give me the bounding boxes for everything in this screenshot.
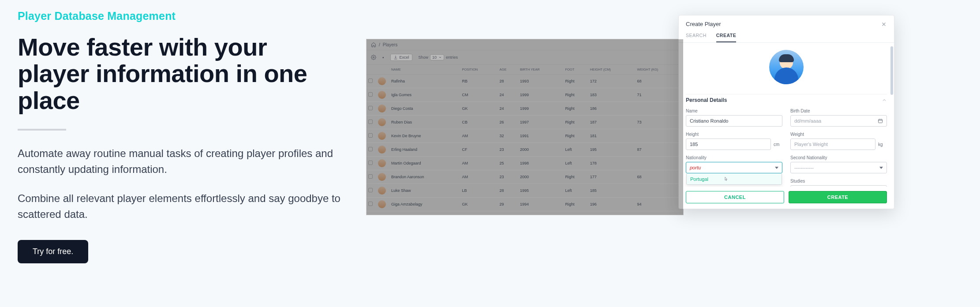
player-avatar-placeholder[interactable]	[769, 50, 804, 84]
cell-position: LB	[460, 184, 497, 198]
tab-search[interactable]: SEARCH	[686, 31, 707, 42]
player-avatar-icon	[378, 132, 386, 140]
gear-icon[interactable]	[371, 55, 376, 60]
player-avatar-icon	[378, 77, 386, 85]
table-header: NAME	[389, 65, 460, 75]
nationality-option-label: Portugal	[690, 176, 708, 182]
player-avatar-icon	[378, 91, 386, 99]
studies-input[interactable]: Studies	[790, 185, 887, 187]
cell-position: AM	[460, 170, 497, 184]
cell-foot: Left	[563, 143, 588, 157]
cell-weight	[636, 129, 683, 143]
row-checkbox[interactable]	[368, 188, 373, 192]
show-label: Show	[419, 55, 429, 60]
weight-unit: kg	[878, 142, 887, 147]
chevron-up-icon[interactable]	[882, 97, 887, 103]
weight-label: Weight	[790, 132, 887, 137]
entries-select[interactable]: 10	[430, 54, 444, 60]
cell-age: 32	[498, 129, 518, 143]
cell-birth-year: 1994	[518, 198, 563, 211]
tab-create[interactable]: CREATE	[716, 31, 736, 42]
excel-export-button[interactable]: Excel	[390, 54, 412, 61]
cell-height: 172	[588, 75, 636, 88]
row-checkbox[interactable]	[368, 147, 373, 151]
cell-foot: Right	[563, 198, 588, 211]
cell-foot: Right	[563, 116, 588, 129]
height-input[interactable]: 185	[686, 139, 771, 150]
row-checkbox[interactable]	[368, 202, 373, 206]
row-checkbox[interactable]	[368, 79, 373, 83]
table-header	[367, 65, 376, 75]
players-table: NAMEPOSITIONAGEBIRTH YEARFOOTHEIGHT (CM)…	[367, 65, 683, 211]
nationality-select[interactable]: portu Portugal	[686, 162, 782, 173]
name-input[interactable]: Cristiano Ronaldo	[686, 115, 782, 127]
cell-weight: 73	[636, 116, 683, 129]
cursor-pointer-icon	[723, 176, 729, 182]
second-nationality-select[interactable]: ------------	[790, 162, 887, 173]
row-checkbox[interactable]	[368, 120, 373, 124]
player-avatar-icon	[378, 146, 386, 154]
table-row[interactable]: Brandon AaronsonAM232000Right17768	[367, 170, 683, 184]
entries-label: entries	[446, 55, 458, 60]
birth-date-label: Birth Date	[790, 109, 887, 113]
second-nationality-label: Second Nationality	[790, 155, 887, 160]
weight-input[interactable]: Player's Weight	[790, 139, 875, 150]
try-for-free-button[interactable]: Try for free.	[18, 240, 88, 263]
cell-position: GK	[460, 102, 497, 116]
close-icon[interactable]	[881, 21, 887, 27]
excel-label: Excel	[400, 55, 409, 60]
row-checkbox[interactable]	[368, 92, 373, 97]
row-checkbox[interactable]	[368, 174, 373, 179]
cell-age: 23	[498, 170, 518, 184]
caret-down-icon	[879, 167, 883, 169]
birth-date-input[interactable]: dd/mm/aaaa	[790, 115, 887, 127]
cell-birth-year: 1999	[518, 88, 563, 102]
cell-age: 26	[498, 116, 518, 129]
cancel-button[interactable]: CANCEL	[686, 191, 784, 203]
cell-birth-year: 1999	[518, 102, 563, 116]
table-row[interactable]: Giga AmzabelagyGK291994Right19694	[367, 198, 683, 211]
cell-name: Giga Amzabelagy	[389, 198, 460, 211]
second-nationality-placeholder: ------------	[794, 165, 814, 170]
table-header: AGE	[498, 65, 518, 75]
cell-name: Erling Haaland	[389, 143, 460, 157]
home-icon	[371, 42, 376, 47]
cell-height: 183	[588, 88, 636, 102]
cell-height: 195	[588, 143, 636, 157]
cell-height: 187	[588, 116, 636, 129]
cell-age: 24	[498, 88, 518, 102]
table-row[interactable]: Kevin De BruyneAM321991Right181	[367, 129, 683, 143]
table-row[interactable]: Diego CostaGK241999Right186	[367, 102, 683, 116]
table-row[interactable]: Luke ShawLB281995Left185	[367, 184, 683, 198]
chevron-down-icon	[438, 56, 442, 59]
table-row[interactable]: RafinhaRB281993Right17268	[367, 75, 683, 88]
nationality-dropdown-list: Portugal	[686, 174, 782, 185]
cell-birth-year: 1991	[518, 129, 563, 143]
row-checkbox[interactable]	[368, 161, 373, 165]
toolbar-sep: •	[382, 55, 384, 60]
table-header	[376, 65, 389, 75]
player-avatar-icon	[378, 200, 386, 208]
cell-foot: Right	[563, 170, 588, 184]
cell-age: 29	[498, 198, 518, 211]
table-row[interactable]: Martin OdegaardAM251998Left178	[367, 157, 683, 170]
table-row[interactable]: Ruben DiasCB261997Right18773	[367, 116, 683, 129]
player-avatar-icon	[378, 118, 386, 126]
cell-foot: Right	[563, 88, 588, 102]
cell-height: 181	[588, 129, 636, 143]
table-header: WEIGHT (KG)	[636, 65, 683, 75]
nationality-option-portugal[interactable]: Portugal	[687, 174, 782, 184]
modal-scrollbar[interactable]	[890, 43, 893, 187]
row-checkbox[interactable]	[368, 133, 373, 138]
paragraph-1: Automate away routine manual tasks of cr…	[18, 146, 344, 177]
table-row[interactable]: Igla GomesCM241999Right18371	[367, 88, 683, 102]
calendar-icon[interactable]	[878, 118, 883, 124]
player-avatar-icon	[378, 187, 386, 195]
cell-age: 24	[498, 102, 518, 116]
section-personal-details: Personal Details	[686, 97, 727, 103]
row-checkbox[interactable]	[368, 106, 373, 110]
table-row[interactable]: Erling HaalandCF232000Left19587	[367, 143, 683, 157]
create-button[interactable]: CREATE	[789, 191, 887, 203]
cell-foot: Right	[563, 102, 588, 116]
cell-age: 28	[498, 75, 518, 88]
